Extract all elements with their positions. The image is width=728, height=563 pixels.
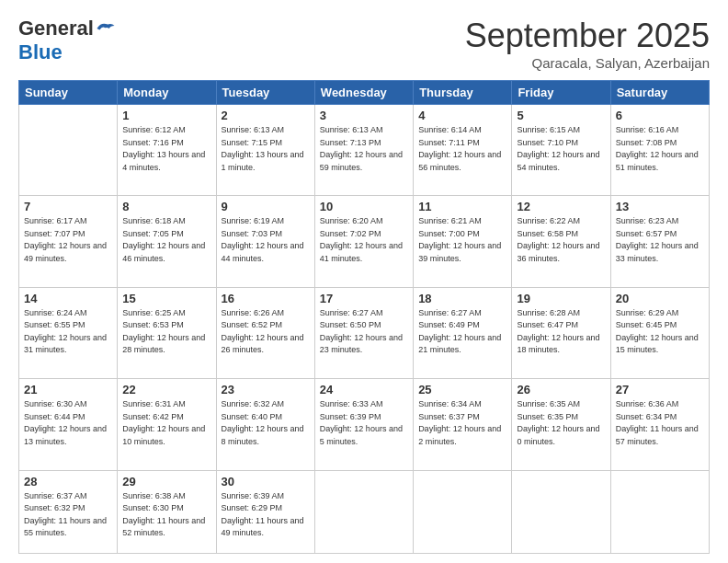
- cell-info: Sunrise: 6:32 AMSunset: 6:40 PMDaylight:…: [222, 399, 304, 446]
- cell-info: Sunrise: 6:26 AMSunset: 6:52 PMDaylight:…: [222, 308, 304, 355]
- day-number: 28: [24, 475, 112, 488]
- day-number: 16: [222, 292, 310, 305]
- table-row: 3 Sunrise: 6:13 AMSunset: 7:13 PMDayligh…: [314, 105, 413, 196]
- table-row: 22 Sunrise: 6:31 AMSunset: 6:42 PMDaylig…: [118, 379, 216, 470]
- table-row: 13 Sunrise: 6:23 AMSunset: 6:57 PMDaylig…: [610, 196, 709, 287]
- day-number: 11: [418, 200, 506, 213]
- table-row: 26 Sunrise: 6:35 AMSunset: 6:35 PMDaylig…: [512, 379, 610, 470]
- table-row: 24 Sunrise: 6:33 AMSunset: 6:39 PMDaylig…: [314, 379, 413, 470]
- table-row: 12 Sunrise: 6:22 AMSunset: 6:58 PMDaylig…: [512, 196, 610, 287]
- table-row: 25 Sunrise: 6:34 AMSunset: 6:37 PMDaylig…: [414, 379, 512, 470]
- col-sunday: Sunday: [19, 81, 118, 105]
- table-row: 10 Sunrise: 6:20 AMSunset: 7:02 PMDaylig…: [314, 196, 413, 287]
- cell-info: Sunrise: 6:27 AMSunset: 6:50 PMDaylight:…: [320, 308, 403, 355]
- table-row: 4 Sunrise: 6:14 AMSunset: 7:11 PMDayligh…: [414, 105, 512, 196]
- table-row: 17 Sunrise: 6:27 AMSunset: 6:50 PMDaylig…: [314, 287, 413, 378]
- table-row: 14 Sunrise: 6:24 AMSunset: 6:55 PMDaylig…: [19, 287, 118, 378]
- day-number: 9: [222, 200, 310, 213]
- table-row: 29 Sunrise: 6:38 AMSunset: 6:30 PMDaylig…: [118, 470, 216, 553]
- cell-info: Sunrise: 6:35 AMSunset: 6:35 PMDaylight:…: [517, 399, 599, 446]
- table-row: 21 Sunrise: 6:30 AMSunset: 6:44 PMDaylig…: [19, 379, 118, 470]
- day-number: 25: [418, 383, 506, 396]
- day-number: 18: [418, 292, 506, 305]
- table-row: 28 Sunrise: 6:37 AMSunset: 6:32 PMDaylig…: [19, 470, 118, 553]
- table-row: 23 Sunrise: 6:32 AMSunset: 6:40 PMDaylig…: [216, 379, 314, 470]
- day-number: 24: [320, 383, 408, 396]
- cell-info: Sunrise: 6:23 AMSunset: 6:57 PMDaylight:…: [616, 216, 699, 263]
- day-number: 14: [24, 292, 112, 305]
- logo-bird-icon: [96, 20, 116, 37]
- day-number: 3: [320, 109, 408, 122]
- day-number: 15: [122, 292, 210, 305]
- table-row: 30 Sunrise: 6:39 AMSunset: 6:29 PMDaylig…: [216, 470, 314, 553]
- cell-info: Sunrise: 6:13 AMSunset: 7:15 PMDaylight:…: [222, 125, 304, 172]
- cell-info: Sunrise: 6:20 AMSunset: 7:02 PMDaylight:…: [320, 216, 403, 263]
- table-row: 9 Sunrise: 6:19 AMSunset: 7:03 PMDayligh…: [216, 196, 314, 287]
- day-number: 4: [418, 109, 506, 122]
- cell-info: Sunrise: 6:34 AMSunset: 6:37 PMDaylight:…: [418, 399, 501, 446]
- cell-info: Sunrise: 6:31 AMSunset: 6:42 PMDaylight:…: [122, 399, 205, 446]
- table-row: 16 Sunrise: 6:26 AMSunset: 6:52 PMDaylig…: [216, 287, 314, 378]
- cell-info: Sunrise: 6:38 AMSunset: 6:30 PMDaylight:…: [122, 491, 205, 538]
- day-number: 30: [222, 475, 310, 488]
- day-number: 23: [222, 383, 310, 396]
- day-number: 5: [517, 109, 605, 122]
- title-section: September 2025 Qaracala, Salyan, Azerbai…: [465, 17, 710, 71]
- table-row: 19 Sunrise: 6:28 AMSunset: 6:47 PMDaylig…: [512, 287, 610, 378]
- day-number: 22: [122, 383, 210, 396]
- table-row: 5 Sunrise: 6:15 AMSunset: 7:10 PMDayligh…: [512, 105, 610, 196]
- day-number: 6: [616, 109, 704, 122]
- col-friday: Friday: [512, 81, 610, 105]
- table-row: [512, 470, 610, 553]
- cell-info: Sunrise: 6:19 AMSunset: 7:03 PMDaylight:…: [222, 216, 304, 263]
- day-number: 10: [320, 200, 408, 213]
- logo: General Blue: [18, 17, 116, 64]
- cell-info: Sunrise: 6:15 AMSunset: 7:10 PMDaylight:…: [517, 125, 599, 172]
- location-subtitle: Qaracala, Salyan, Azerbaijan: [465, 55, 710, 71]
- table-row: [414, 470, 512, 553]
- col-wednesday: Wednesday: [314, 81, 413, 105]
- col-monday: Monday: [118, 81, 216, 105]
- cell-info: Sunrise: 6:18 AMSunset: 7:05 PMDaylight:…: [122, 216, 205, 263]
- table-row: [314, 470, 413, 553]
- day-number: 17: [320, 292, 408, 305]
- day-number: 12: [517, 200, 605, 213]
- cell-info: Sunrise: 6:27 AMSunset: 6:49 PMDaylight:…: [418, 308, 501, 355]
- cell-info: Sunrise: 6:16 AMSunset: 7:08 PMDaylight:…: [616, 125, 699, 172]
- cell-info: Sunrise: 6:12 AMSunset: 7:16 PMDaylight:…: [122, 125, 205, 172]
- table-row: 1 Sunrise: 6:12 AMSunset: 7:16 PMDayligh…: [118, 105, 216, 196]
- day-number: 1: [122, 109, 210, 122]
- cell-info: Sunrise: 6:24 AMSunset: 6:55 PMDaylight:…: [24, 308, 107, 355]
- col-tuesday: Tuesday: [216, 81, 314, 105]
- table-row: [19, 105, 118, 196]
- month-title: September 2025: [465, 17, 710, 55]
- logo-blue-text: Blue: [18, 40, 63, 63]
- cell-info: Sunrise: 6:13 AMSunset: 7:13 PMDaylight:…: [320, 125, 403, 172]
- table-row: 8 Sunrise: 6:18 AMSunset: 7:05 PMDayligh…: [118, 196, 216, 287]
- cell-info: Sunrise: 6:28 AMSunset: 6:47 PMDaylight:…: [517, 308, 599, 355]
- calendar-table: Sunday Monday Tuesday Wednesday Thursday…: [18, 80, 710, 554]
- table-row: 15 Sunrise: 6:25 AMSunset: 6:53 PMDaylig…: [118, 287, 216, 378]
- cell-info: Sunrise: 6:39 AMSunset: 6:29 PMDaylight:…: [222, 491, 304, 538]
- header: General Blue September 2025 Qaracala, Sa…: [18, 17, 710, 71]
- col-thursday: Thursday: [414, 81, 512, 105]
- table-row: 11 Sunrise: 6:21 AMSunset: 7:00 PMDaylig…: [414, 196, 512, 287]
- cell-info: Sunrise: 6:25 AMSunset: 6:53 PMDaylight:…: [122, 308, 205, 355]
- table-row: 20 Sunrise: 6:29 AMSunset: 6:45 PMDaylig…: [610, 287, 709, 378]
- col-saturday: Saturday: [610, 81, 709, 105]
- day-number: 21: [24, 383, 112, 396]
- table-row: 2 Sunrise: 6:13 AMSunset: 7:15 PMDayligh…: [216, 105, 314, 196]
- cell-info: Sunrise: 6:30 AMSunset: 6:44 PMDaylight:…: [24, 399, 107, 446]
- cell-info: Sunrise: 6:29 AMSunset: 6:45 PMDaylight:…: [616, 308, 699, 355]
- cell-info: Sunrise: 6:36 AMSunset: 6:34 PMDaylight:…: [616, 399, 699, 446]
- day-number: 29: [122, 475, 210, 488]
- table-row: 6 Sunrise: 6:16 AMSunset: 7:08 PMDayligh…: [610, 105, 709, 196]
- table-row: 18 Sunrise: 6:27 AMSunset: 6:49 PMDaylig…: [414, 287, 512, 378]
- cell-info: Sunrise: 6:37 AMSunset: 6:32 PMDaylight:…: [24, 491, 107, 538]
- calendar-header-row: Sunday Monday Tuesday Wednesday Thursday…: [19, 81, 710, 105]
- day-number: 19: [517, 292, 605, 305]
- table-row: 27 Sunrise: 6:36 AMSunset: 6:34 PMDaylig…: [610, 379, 709, 470]
- day-number: 13: [616, 200, 704, 213]
- day-number: 27: [616, 383, 704, 396]
- day-number: 8: [122, 200, 210, 213]
